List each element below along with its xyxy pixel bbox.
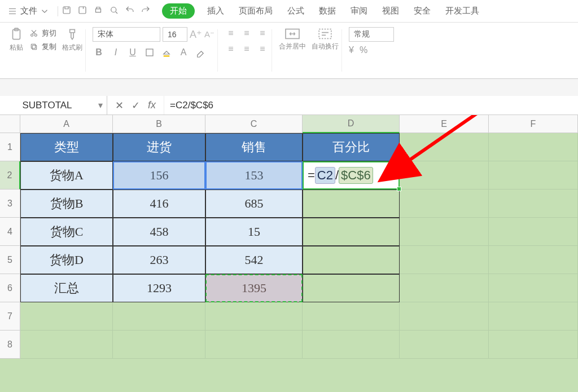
cell-E8[interactable] [400, 331, 489, 359]
cell-E3[interactable] [400, 190, 489, 218]
tab-review[interactable]: 审阅 [348, 3, 370, 19]
cell-B4[interactable]: 458 [113, 218, 205, 246]
column-header-A[interactable]: A [20, 115, 113, 133]
cell-B8[interactable] [113, 331, 205, 359]
cell-D7[interactable] [303, 302, 400, 331]
undo-icon[interactable] [125, 5, 135, 17]
cell-E2[interactable] [400, 161, 489, 190]
cell-F5[interactable] [489, 246, 578, 274]
cell-D5[interactable] [303, 246, 400, 274]
cell-B7[interactable] [113, 302, 205, 331]
cell-A7[interactable] [20, 302, 113, 331]
cut-button[interactable]: 剪切 [29, 28, 56, 38]
eraser-icon[interactable] [194, 47, 207, 58]
cell-F1[interactable] [489, 133, 578, 161]
header-in[interactable]: 进货 [113, 133, 205, 161]
row-header-6[interactable]: 6 [0, 274, 20, 302]
copy-button[interactable]: 复制 [29, 42, 56, 52]
cell-F7[interactable] [489, 302, 578, 331]
border-icon[interactable] [143, 47, 156, 58]
save-as-icon[interactable] [77, 5, 87, 17]
tab-view[interactable]: 视图 [380, 3, 401, 19]
cell-C3[interactable]: 685 [205, 190, 303, 218]
cell-F3[interactable] [489, 190, 578, 218]
cell-E1[interactable] [400, 133, 489, 161]
tab-page-layout[interactable]: 页面布局 [237, 3, 275, 19]
percent-icon[interactable]: % [360, 45, 367, 55]
cell-D3[interactable] [303, 190, 400, 218]
align-bot-icon[interactable]: ≡ [256, 27, 269, 39]
column-header-B[interactable]: B [113, 115, 205, 133]
select-all-corner[interactable] [0, 115, 20, 133]
tab-security[interactable]: 安全 [411, 3, 433, 19]
chevron-down-icon[interactable]: ▾ [94, 100, 107, 111]
tab-dev[interactable]: 开发工具 [443, 3, 481, 19]
header-out[interactable]: 销售 [205, 133, 303, 161]
cell-F4[interactable] [489, 218, 578, 246]
cell-E6[interactable] [400, 274, 489, 302]
row-header-4[interactable]: 4 [0, 218, 20, 246]
row-header-3[interactable]: 3 [0, 190, 20, 218]
autowrap-button[interactable]: 自动换行 [312, 27, 339, 51]
cell-B5[interactable]: 263 [113, 246, 205, 274]
font-color-icon[interactable]: A [177, 47, 190, 58]
fx-icon[interactable]: fx [148, 99, 156, 111]
cell-D6[interactable] [303, 274, 400, 302]
print-preview-icon[interactable] [109, 5, 119, 17]
cell-C6[interactable]: 1395 [205, 274, 303, 302]
cell-A5[interactable]: 货物D [20, 246, 113, 274]
row-header-7[interactable]: 7 [0, 302, 20, 331]
align-top-icon[interactable]: ≡ [225, 27, 237, 39]
currency-icon[interactable]: ¥ [349, 45, 354, 55]
header-pct[interactable]: 百分比 [303, 133, 400, 161]
column-header-F[interactable]: F [489, 115, 578, 133]
cell-B2[interactable]: 156 [113, 161, 205, 190]
tab-data[interactable]: 数据 [317, 3, 338, 19]
decrease-font-icon[interactable]: A⁻ [204, 29, 214, 39]
align-right-icon[interactable]: ≡ [256, 43, 269, 55]
underline-icon[interactable]: U [126, 47, 139, 58]
align-left-icon[interactable]: ≡ [225, 43, 237, 55]
cell-E5[interactable] [400, 246, 489, 274]
tab-insert[interactable]: 插入 [205, 3, 226, 19]
cell-D4[interactable] [303, 218, 400, 246]
align-mid-icon[interactable]: ≡ [240, 27, 253, 39]
cell-C4[interactable]: 15 [205, 218, 303, 246]
app-menu-icon[interactable] [5, 3, 20, 19]
font-size-select[interactable]: 16 [163, 27, 187, 42]
row-header-2[interactable]: 2 [0, 161, 20, 190]
cell-D2[interactable]: =C2 / $C$6 [303, 161, 400, 190]
tab-formula[interactable]: 公式 [285, 3, 306, 19]
cell-C5[interactable]: 542 [205, 246, 303, 274]
cell-D8[interactable] [303, 331, 400, 359]
name-box[interactable]: SUBTOTAL ▾ [0, 96, 107, 114]
cell-E7[interactable] [400, 302, 489, 331]
italic-icon[interactable]: I [110, 47, 122, 58]
file-menu[interactable]: 文件 [20, 6, 50, 16]
cell-B3[interactable]: 416 [113, 190, 205, 218]
cell-A2[interactable]: 货物A [20, 161, 113, 190]
bold-icon[interactable]: B [93, 47, 105, 58]
format-painter-button[interactable]: 格式刷 [62, 27, 82, 52]
cell-A8[interactable] [20, 331, 113, 359]
cell-C8[interactable] [205, 331, 303, 359]
formula-input[interactable]: =C2/$C$6 [164, 100, 578, 111]
column-header-E[interactable]: E [400, 115, 489, 133]
tab-start[interactable]: 开始 [162, 3, 195, 19]
row-header-1[interactable]: 1 [0, 133, 20, 161]
align-center-icon[interactable]: ≡ [240, 43, 253, 55]
row-header-5[interactable]: 5 [0, 246, 20, 274]
cell-F2[interactable] [489, 161, 578, 190]
column-header-C[interactable]: C [205, 115, 303, 133]
cell-F6[interactable] [489, 274, 578, 302]
fill-color-icon[interactable] [160, 47, 173, 58]
accept-formula-icon[interactable]: ✓ [132, 99, 140, 112]
column-header-D[interactable]: D [303, 115, 400, 133]
print-icon[interactable] [93, 5, 103, 17]
worksheet[interactable]: ABCDEF 12345678 类型进货销售百分比货物A156153=C2 / … [0, 115, 578, 392]
cancel-formula-icon[interactable]: ✕ [115, 99, 124, 112]
cell-C2[interactable]: 153 [205, 161, 303, 190]
cell-A3[interactable]: 货物B [20, 190, 113, 218]
cell-C7[interactable] [205, 302, 303, 331]
cell-A4[interactable]: 货物C [20, 218, 113, 246]
